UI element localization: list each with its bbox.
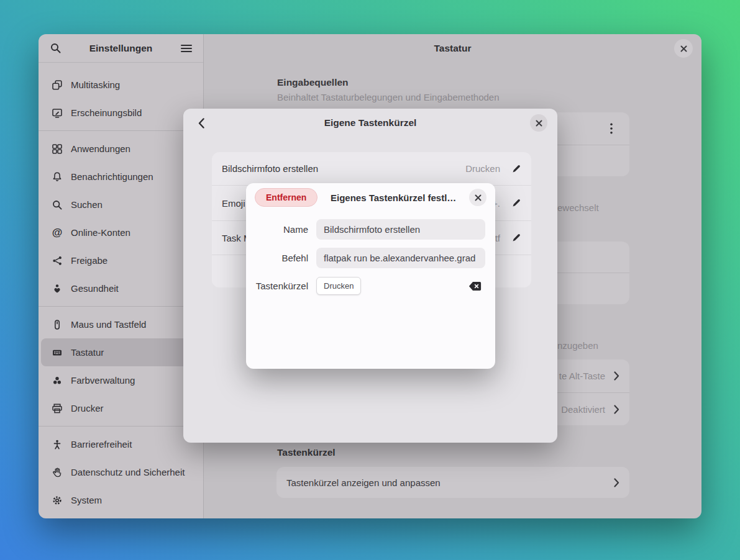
sidebar-item-tastatur[interactable]: Tastatur [41, 338, 201, 366]
close-icon [475, 194, 482, 201]
dialog-close-button[interactable] [530, 114, 547, 132]
window-close-button[interactable] [674, 39, 693, 58]
shortcut-keys: tf [495, 233, 500, 243]
sidebar-item-anwendungen[interactable]: Anwendungen [41, 135, 201, 163]
dialog-title: Eigenes Tastenkürzel festl… [317, 192, 469, 203]
shortcut-name: Bildschirmfoto erstellen [222, 163, 318, 174]
close-icon [680, 45, 687, 52]
sidebar-item-label: Suchen [71, 199, 103, 210]
sidebar-item-label: Freigabe [71, 255, 107, 266]
kebab-menu-button[interactable] [603, 120, 619, 137]
special-chars-fragment: nzugeben [557, 340, 598, 351]
sidebar-item-system[interactable]: System [41, 486, 201, 514]
desktop-background: Einstellungen Multitasking Erscheinung [0, 0, 740, 560]
sidebar-item-erscheinungsbild[interactable]: Erscheinungsbild [41, 99, 201, 127]
search-icon [52, 200, 63, 210]
sidebar-item-datenschutz[interactable]: Datenschutz und Sicherheit [41, 458, 201, 486]
sidebar-item-freigabe[interactable]: Freigabe [41, 246, 201, 274]
accessibility-icon [52, 440, 63, 449]
close-icon [536, 120, 542, 127]
view-shortcuts-label: Tastenkürzel anzeigen und anpassen [286, 477, 441, 488]
sidebar: Einstellungen Multitasking Erscheinung [39, 34, 204, 518]
sidebar-item-label: Erscheinungsbild [71, 107, 142, 118]
sidebar-item-label: Gesundheit [71, 283, 119, 294]
sidebar-item-benachrichtigungen[interactable]: Benachrichtigungen [41, 163, 201, 191]
gear-icon [52, 495, 63, 505]
sidebar-item-label: System [71, 495, 102, 505]
sidebar-separator [39, 426, 203, 427]
sidebar-item-label: Maus und Tastfeld [71, 319, 146, 330]
sidebar-item-label: Benachrichtigungen [71, 171, 153, 182]
shortcut-keys: Drucken [465, 163, 500, 174]
input-sources-subtitle: Beinhaltet Tastaturbelegungen und Eingab… [277, 92, 500, 102]
sidebar-item-label: Tastatur [71, 347, 104, 358]
hamburger-icon [181, 44, 192, 53]
chevron-left-icon [198, 118, 204, 129]
alt-chars-value: te Alt-Taste [559, 371, 605, 381]
dialog-close-button[interactable] [469, 189, 486, 206]
backspace-icon [468, 281, 482, 291]
chevron-right-icon [614, 405, 619, 414]
search-icon [50, 43, 61, 53]
mouse-icon [52, 320, 63, 330]
edit-shortcut-dialog: Entfernen Eigenes Tastenkürzel festl… Na… [246, 183, 495, 369]
shortcut-key-chip[interactable]: Drucken [316, 277, 361, 295]
sidebar-item-label: Farbverwaltung [71, 375, 135, 386]
printer-icon [52, 404, 63, 413]
command-label: Befehl [246, 248, 308, 268]
search-button[interactable] [47, 40, 63, 56]
chevron-right-icon [614, 478, 619, 487]
shortcut-row[interactable]: Bildschirmfoto erstellen Drucken [212, 152, 531, 185]
name-input[interactable]: Bildschirmfoto erstellen [316, 219, 485, 240]
shortcuts-heading: Tastenkürzel [277, 447, 336, 458]
view-shortcuts-row[interactable]: Tastenkürzel anzeigen und anpassen [276, 467, 629, 498]
sidebar-item-label: Barrierefreiheit [71, 439, 132, 449]
command-input[interactable]: flatpak run be.alexandervanhee.grad [316, 248, 485, 268]
compose-value: Deaktiviert [561, 404, 605, 415]
panel-header: Tastatur [204, 34, 701, 63]
app-title: Einstellungen [63, 43, 178, 54]
apps-grid-icon [52, 144, 63, 154]
switch-text-fragment: ewechselt [557, 202, 599, 213]
sidebar-item-label: Online-Konten [71, 227, 130, 238]
sidebar-separator [39, 130, 203, 131]
kebab-icon [610, 123, 613, 134]
input-sources-heading: Eingabequellen [277, 77, 349, 88]
menu-button[interactable] [178, 40, 194, 56]
pencil-icon[interactable] [511, 164, 521, 174]
sidebar-item-drucker[interactable]: Drucker [41, 394, 201, 422]
dialog-header: Entfernen Eigenes Tastenkürzel festl… [246, 183, 495, 207]
keyboard-icon [52, 348, 63, 358]
sidebar-item-label: Datenschutz und Sicherheit [71, 467, 185, 477]
bell-icon [52, 172, 63, 182]
multitasking-icon [52, 80, 63, 90]
sidebar-item-barrierefreiheit[interactable]: Barrierefreiheit [41, 430, 201, 458]
sidebar-item-farbverwaltung[interactable]: Farbverwaltung [41, 366, 201, 394]
hand-icon [52, 467, 63, 477]
sidebar-separator [39, 306, 203, 307]
clear-shortcut-button[interactable] [468, 281, 482, 291]
shortcuts-card: Tastenkürzel anzeigen und anpassen [276, 467, 629, 498]
sidebar-item-online-konten[interactable]: @ Online-Konten [41, 219, 201, 246]
chevron-right-icon [614, 371, 619, 381]
sidebar-header: Einstellungen [39, 34, 203, 63]
sidebar-list: Multitasking Erscheinungsbild Anwendunge… [39, 63, 203, 514]
back-button[interactable] [193, 115, 209, 131]
pencil-icon[interactable] [511, 233, 521, 243]
sidebar-item-maus-und-tastfeld[interactable]: Maus und Tastfeld [41, 310, 201, 338]
at-icon: @ [52, 227, 63, 239]
panel-title: Tastatur [204, 43, 701, 54]
name-label: Name [246, 219, 308, 240]
remove-button[interactable]: Entfernen [255, 188, 317, 207]
dialog-title: Eigene Tastenkürzel [183, 117, 557, 129]
dialog-header: Eigene Tastenkürzel [183, 109, 557, 137]
sidebar-item-multitasking[interactable]: Multitasking [41, 71, 201, 99]
sidebar-item-label: Multitasking [71, 79, 120, 90]
color-icon [52, 376, 63, 386]
share-icon [52, 256, 63, 266]
pencil-icon[interactable] [511, 198, 521, 208]
sidebar-item-label: Drucker [71, 403, 104, 413]
sidebar-item-suchen[interactable]: Suchen [41, 191, 201, 219]
sidebar-item-gesundheit[interactable]: Gesundheit [41, 274, 201, 302]
sidebar-item-label: Anwendungen [71, 143, 130, 154]
